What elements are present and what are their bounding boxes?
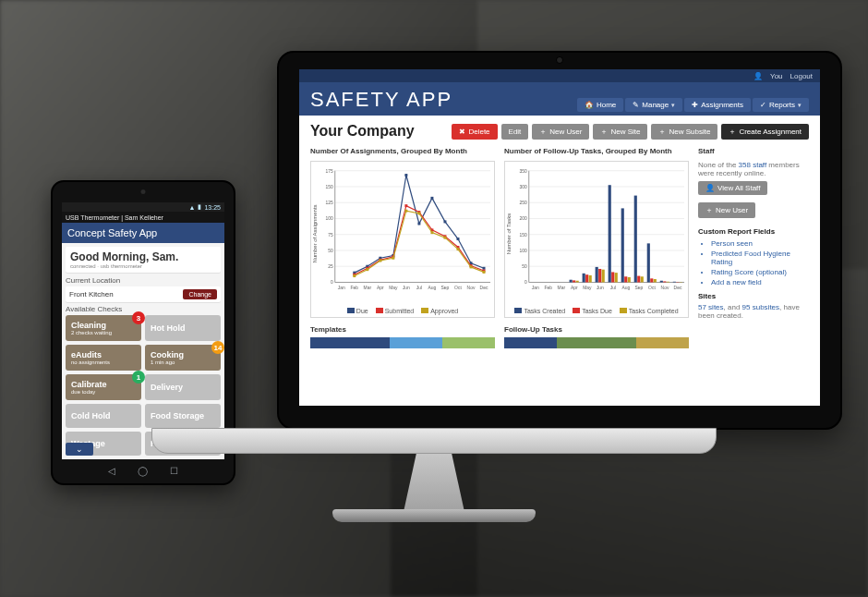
chart-right-title: Number of Follow-Up Tasks, Grouped By Mo… (504, 147, 689, 155)
svg-rect-98 (570, 280, 573, 283)
templates-section: Templates (310, 325, 495, 348)
crf-item[interactable]: Predicted Food Hygiene Rating (711, 250, 809, 266)
followup-section: Follow-Up Tasks (504, 325, 689, 348)
svg-text:200: 200 (520, 216, 527, 221)
staff-count-link[interactable]: 358 staff (739, 161, 767, 169)
back-icon[interactable]: ◁ (108, 466, 115, 476)
expand-button[interactable]: ⌄ (66, 443, 93, 456)
chart-left-col: Number Of Assignments, Grouped By Month … (310, 147, 495, 320)
android-status-bar: ▲ ▮ 13:25 (62, 202, 224, 212)
svg-rect-113 (611, 272, 614, 282)
new-site-button[interactable]: ＋ New Site (593, 124, 647, 140)
svg-text:250: 250 (520, 201, 527, 205)
check-tile-food-storage[interactable]: Food Storage (145, 404, 221, 428)
svg-text:Sep: Sep (441, 286, 450, 290)
new-subsite-button[interactable]: ＋ New Subsite (651, 124, 717, 140)
nav-reports[interactable]: ✓Reports▾ (753, 98, 809, 112)
svg-text:Apr: Apr (377, 286, 384, 290)
svg-rect-63 (483, 271, 486, 274)
badge: 1 (132, 371, 145, 384)
change-location-button[interactable]: Change (183, 289, 217, 299)
nav-assignments[interactable]: ✚Assignments (684, 98, 751, 112)
monitor-screen: 👤 You Logout SAFETY APP 🏠Home✎Manage▾✚As… (299, 69, 820, 406)
svg-rect-62 (470, 265, 473, 268)
crf-item[interactable]: Add a new field (711, 278, 809, 286)
crf-item[interactable]: Rating Score (optional) (711, 268, 809, 276)
templates-bar (310, 337, 495, 348)
svg-text:Dec: Dec (480, 286, 488, 290)
new-user-button[interactable]: ＋ New User (532, 124, 589, 140)
user-name[interactable]: You (770, 72, 783, 80)
recents-icon[interactable]: ☐ (170, 466, 178, 476)
page-title: Your Company (310, 123, 415, 140)
svg-rect-105 (660, 281, 663, 283)
wifi-icon: ▲ (189, 204, 196, 211)
check-tile-eaudits[interactable]: eAuditsno assignments (66, 345, 141, 371)
svg-text:Nov: Nov (661, 286, 669, 290)
subsites-link[interactable]: 95 subsites (742, 303, 779, 311)
tablet-screen: ▲ ▮ 13:25 USB Thermometer | Sam Kelleher… (62, 202, 224, 459)
view-all-staff-button[interactable]: 👤 View All Staff (698, 181, 767, 195)
svg-rect-110 (573, 280, 575, 282)
edit-button[interactable]: Edit (501, 124, 529, 140)
sites-link[interactable]: 57 sites (698, 303, 724, 311)
check-tile-hot-hold[interactable]: Hot Hold (145, 315, 221, 341)
svg-text:May: May (583, 286, 592, 290)
svg-text:0: 0 (524, 280, 527, 285)
nav-home[interactable]: 🏠Home (577, 98, 623, 112)
svg-text:25: 25 (328, 264, 333, 269)
check-tile-delivery[interactable]: Delivery (145, 374, 221, 400)
page-dots[interactable]: ● ○ ○ (62, 457, 224, 459)
create-assignment-button[interactable]: ＋ Create Assignment (721, 124, 809, 140)
tablet-crumb: USB Thermometer | Sam Kelleher (62, 212, 224, 223)
svg-rect-60 (443, 237, 446, 239)
svg-rect-102 (621, 208, 624, 282)
crf-item[interactable]: Person seen (711, 239, 809, 248)
svg-text:Jan: Jan (338, 286, 345, 290)
assignments-chart-svg: Number of Assignments0255075100125150175… (311, 162, 494, 306)
main-nav: 🏠Home✎Manage▾✚Assignments✓Reports▾ (577, 98, 809, 112)
crf-list: Person seenPredicted Food Hygiene Rating… (711, 239, 809, 286)
svg-text:100: 100 (520, 249, 527, 253)
svg-rect-126 (628, 277, 631, 283)
svg-rect-56 (392, 257, 394, 260)
svg-rect-57 (404, 210, 407, 213)
svg-text:300: 300 (520, 185, 527, 189)
app-title: SAFETY APP (310, 88, 452, 112)
crf-title: Custom Report Fields (698, 227, 809, 236)
svg-rect-125 (615, 273, 618, 282)
svg-text:May: May (389, 286, 398, 290)
svg-rect-112 (598, 269, 601, 282)
assignments-chart: Number of Assignments0255075100125150175… (310, 161, 495, 318)
nav-manage[interactable]: ✎Manage▾ (625, 98, 682, 112)
svg-text:Number of Assignments: Number of Assignments (312, 204, 318, 262)
delete-button[interactable]: ✖ Delete (452, 124, 497, 140)
legend-item: Tasks Created (514, 308, 565, 314)
svg-text:100: 100 (326, 216, 333, 221)
badge: 14 (211, 341, 224, 354)
svg-rect-59 (430, 231, 433, 234)
svg-text:Sep: Sep (635, 286, 644, 290)
svg-rect-100 (596, 267, 598, 283)
check-tile-cooking[interactable]: Cooking1 min ago14 (145, 345, 221, 371)
check-tile-calibrate[interactable]: Calibratedue today1 (66, 374, 141, 400)
staff-new-user-button[interactable]: ＋ New User (698, 202, 755, 218)
svg-rect-38 (443, 220, 446, 223)
svg-text:Feb: Feb (545, 286, 553, 290)
check-tile-cold-hold[interactable]: Cold Hold (66, 404, 141, 428)
templates-title: Templates (310, 325, 495, 334)
svg-text:Apr: Apr (571, 286, 578, 290)
svg-rect-36 (417, 222, 420, 225)
check-tile-cleaning[interactable]: Cleaning2 checks waiting3 (66, 315, 141, 341)
svg-text:Jan: Jan (532, 286, 539, 290)
svg-rect-127 (641, 276, 644, 282)
svg-rect-41 (483, 267, 486, 270)
location-row: Front Kitchen Change (66, 286, 221, 302)
top-strip: 👤 You Logout (299, 69, 820, 82)
action-row: ✖ Delete Edit ＋ New User ＋ New Site ＋ Ne… (452, 124, 809, 140)
logout-link[interactable]: Logout (790, 72, 813, 80)
android-navbar: ◁ ◯ ☐ (62, 463, 224, 478)
svg-rect-35 (404, 174, 407, 177)
home-icon[interactable]: ◯ (138, 466, 148, 476)
svg-rect-104 (647, 243, 650, 282)
